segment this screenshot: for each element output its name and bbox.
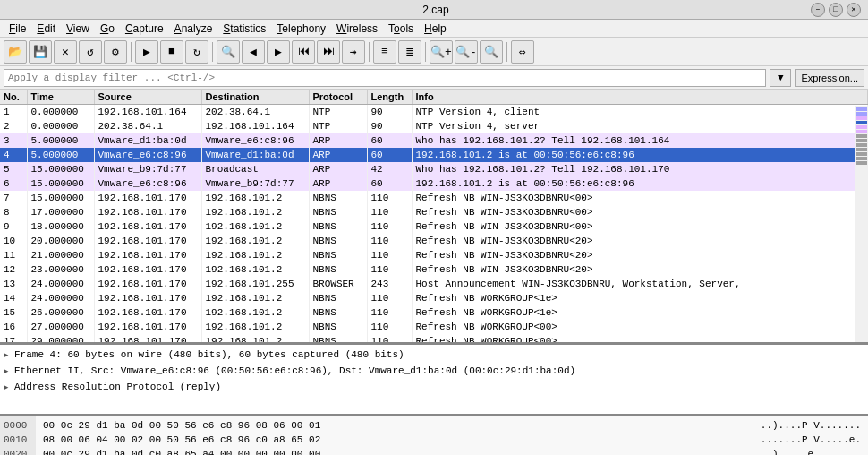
table-row[interactable]: 1121.000000192.168.101.170192.168.101.2N… (0, 248, 868, 262)
window-title: 2.cap (61, 4, 811, 16)
cell-col-len: 42 (367, 162, 412, 176)
restart-capture-button[interactable]: ↻ (185, 40, 208, 64)
zoom-reset-button[interactable]: 🔍 (480, 40, 503, 64)
table-row[interactable]: 1223.000000192.168.101.170192.168.101.2N… (0, 262, 868, 277)
cell-col-info: Refresh NB WORKGROUP<1e> (412, 291, 868, 305)
cell-col-info: Refresh NB WIN-JS3KO3DBNRU<20> (412, 262, 868, 277)
col-header-time: Time (27, 90, 94, 105)
filter-dropdown-button[interactable]: ▼ (770, 69, 791, 87)
reload-button[interactable]: ↺ (79, 40, 102, 64)
go-to-packet-button[interactable]: ↠ (342, 40, 365, 64)
cell-col-len: 110 (367, 320, 412, 334)
packet-list[interactable]: No. Time Source Destination Protocol Len… (0, 90, 868, 345)
cell-col-time: 24.000000 (27, 291, 94, 305)
table-row[interactable]: 1526.000000192.168.101.170192.168.101.2N… (0, 305, 868, 320)
table-row[interactable]: 35.000000Vmware_d1:ba:0dVmware_e6:c8:96A… (0, 133, 868, 148)
cell-col-time: 27.000000 (27, 320, 94, 334)
window-controls[interactable]: – □ ✕ (811, 3, 861, 17)
save-file-button[interactable]: 💾 (29, 40, 52, 64)
cell-col-time: 29.000000 (27, 334, 94, 346)
cell-col-no: 2 (0, 119, 27, 133)
close-button[interactable]: ✕ (847, 3, 861, 17)
menu-statistics[interactable]: Statistics (217, 21, 271, 37)
cell-col-proto: NBNS (309, 234, 367, 248)
cell-col-time: 5.000000 (27, 148, 94, 162)
table-row[interactable]: 1627.000000192.168.101.170192.168.101.2N… (0, 320, 868, 334)
table-row[interactable]: 918.000000192.168.101.170192.168.101.2NB… (0, 219, 868, 234)
cell-col-src: 192.168.101.170 (94, 219, 201, 234)
cell-col-no: 13 (0, 277, 27, 291)
menu-help[interactable]: Help (419, 21, 452, 37)
detail-item[interactable]: ▶Ethernet II, Src: Vmware_e6:c8:96 (00:5… (4, 363, 864, 379)
menu-file[interactable]: File (4, 21, 31, 37)
filter-input[interactable] (4, 69, 766, 87)
cell-col-time: 0.000000 (27, 119, 94, 133)
detail-item[interactable]: ▶Address Resolution Protocol (reply) (4, 379, 864, 395)
table-row[interactable]: 817.000000192.168.101.170192.168.101.2NB… (0, 205, 868, 219)
go-first-button[interactable]: ⏮ (292, 40, 315, 64)
autoscroll-button[interactable]: ≣ (398, 40, 421, 64)
resize-columns-button[interactable]: ⇔ (511, 40, 534, 64)
table-row[interactable]: 615.000000Vmware_e6:c8:96Vmware_b9:7d:77… (0, 176, 868, 191)
go-next-button[interactable]: ▶ (267, 40, 290, 64)
cell-col-proto: NTP (309, 119, 367, 133)
col-header-source: Source (94, 90, 201, 105)
table-row[interactable]: 10.000000192.168.101.164202.38.64.1NTP90… (0, 105, 868, 119)
cell-col-no: 5 (0, 162, 27, 176)
cell-col-dst: Vmware_b9:7d:77 (201, 176, 309, 191)
menu-telephony[interactable]: Telephony (271, 21, 331, 37)
table-row[interactable]: 715.000000192.168.101.170192.168.101.2NB… (0, 191, 868, 205)
table-row[interactable]: 1324.000000192.168.101.170192.168.101.25… (0, 277, 868, 291)
cell-col-info: Host Announcement WIN-JS3KO3DBNRU, Works… (412, 277, 868, 291)
stop-capture-button[interactable]: ■ (160, 40, 183, 64)
cell-col-info: Who has 192.168.101.2? Tell 192.168.101.… (412, 133, 868, 148)
menu-capture[interactable]: Capture (120, 21, 169, 37)
cell-col-proto: NBNS (309, 305, 367, 320)
search-packet-button[interactable]: 🔍 (217, 40, 240, 64)
table-row[interactable]: 20.000000202.38.64.1192.168.101.164NTP90… (0, 119, 868, 133)
table-row[interactable]: 515.000000Vmware_b9:7d:77BroadcastARP42W… (0, 162, 868, 176)
zoom-in-button[interactable]: 🔍+ (430, 40, 453, 64)
minimize-button[interactable]: – (811, 3, 825, 17)
cell-col-no: 14 (0, 291, 27, 305)
table-row[interactable]: 45.000000Vmware_e6:c8:96Vmware_d1:ba:0dA… (0, 148, 868, 162)
cell-col-info: NTP Version 4, server (412, 119, 868, 133)
cell-col-dst: 192.168.101.164 (201, 119, 309, 133)
menu-edit[interactable]: Edit (31, 21, 61, 37)
cell-col-len: 110 (367, 305, 412, 320)
cell-col-proto: ARP (309, 162, 367, 176)
cell-col-dst: 202.38.64.1 (201, 105, 309, 119)
detail-text: Ethernet II, Src: Vmware_e6:c8:96 (00:50… (14, 365, 864, 376)
cell-col-no: 1 (0, 105, 27, 119)
mini-scrollbar[interactable] (855, 106, 868, 342)
open-file-button[interactable]: 📂 (4, 40, 27, 64)
menu-analyze[interactable]: Analyze (169, 21, 218, 37)
close-capture-button[interactable]: ✕ (54, 40, 77, 64)
zoom-out-button[interactable]: 🔍- (455, 40, 478, 64)
detail-item[interactable]: ▶Frame 4: 60 bytes on wire (480 bits), 6… (4, 347, 864, 363)
cell-col-src: 202.38.64.1 (94, 119, 201, 133)
menu-go[interactable]: Go (95, 21, 120, 37)
cell-col-proto: NBNS (309, 248, 367, 262)
expression-button[interactable]: Expression... (795, 69, 864, 87)
table-row[interactable]: 1729.000000192.168.101.170192.168.101.2N… (0, 334, 868, 346)
cell-col-dst: 192.168.101.2 (201, 219, 309, 234)
maximize-button[interactable]: □ (829, 3, 843, 17)
cell-col-src: 192.168.101.170 (94, 305, 201, 320)
cell-col-proto: BROWSER (309, 277, 367, 291)
menu-wireless[interactable]: Wireless (331, 21, 383, 37)
go-last-button[interactable]: ⏭ (317, 40, 340, 64)
cell-col-time: 15.000000 (27, 191, 94, 205)
cell-col-src: Vmware_b9:7d:77 (94, 162, 201, 176)
capture-options-button[interactable]: ⚙ (104, 40, 127, 64)
menu-tools[interactable]: Tools (383, 21, 419, 37)
colorize-button[interactable]: ≡ (373, 40, 396, 64)
table-row[interactable]: 1020.000000192.168.101.170192.168.101.2N… (0, 234, 868, 248)
packet-table: No. Time Source Destination Protocol Len… (0, 90, 868, 345)
table-row[interactable]: 1424.000000192.168.101.170192.168.101.2N… (0, 291, 868, 305)
start-capture-button[interactable]: ▶ (135, 40, 158, 64)
hex-ascii: ..)....P V..............P V.....e...)...… (753, 416, 868, 455)
menu-view[interactable]: View (61, 21, 95, 37)
cell-col-time: 5.000000 (27, 133, 94, 148)
go-prev-button[interactable]: ◀ (242, 40, 265, 64)
